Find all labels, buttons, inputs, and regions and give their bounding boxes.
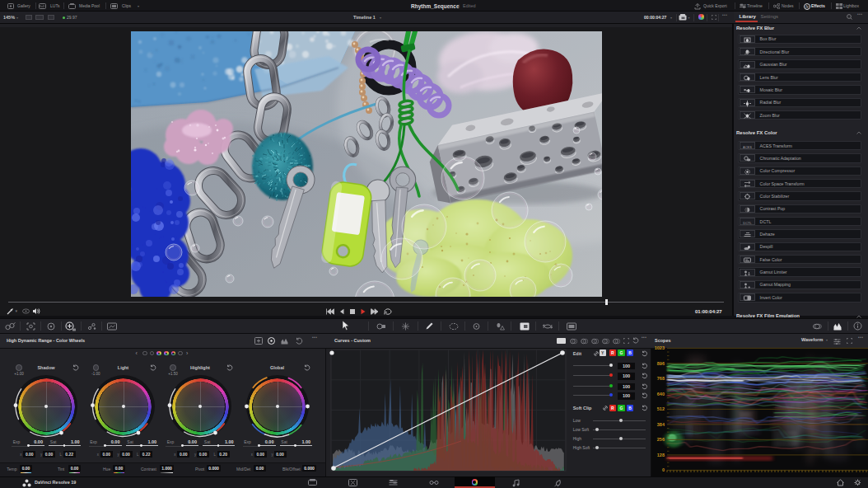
svg-text:0: 0 bbox=[662, 467, 665, 472]
svg-text:512: 512 bbox=[657, 406, 665, 411]
svg-text:DCTL: DCTL bbox=[743, 221, 752, 225]
svg-text:768: 768 bbox=[657, 376, 665, 381]
svg-text:896: 896 bbox=[657, 361, 665, 366]
svg-text:128: 128 bbox=[657, 453, 665, 458]
svg-text:384: 384 bbox=[657, 422, 665, 427]
svg-text:fx: fx bbox=[805, 4, 809, 8]
svg-text:ACES: ACES bbox=[743, 145, 752, 149]
svg-text:1023: 1023 bbox=[655, 345, 665, 350]
svg-text:256: 256 bbox=[657, 437, 665, 442]
svg-text:640: 640 bbox=[657, 392, 665, 396]
